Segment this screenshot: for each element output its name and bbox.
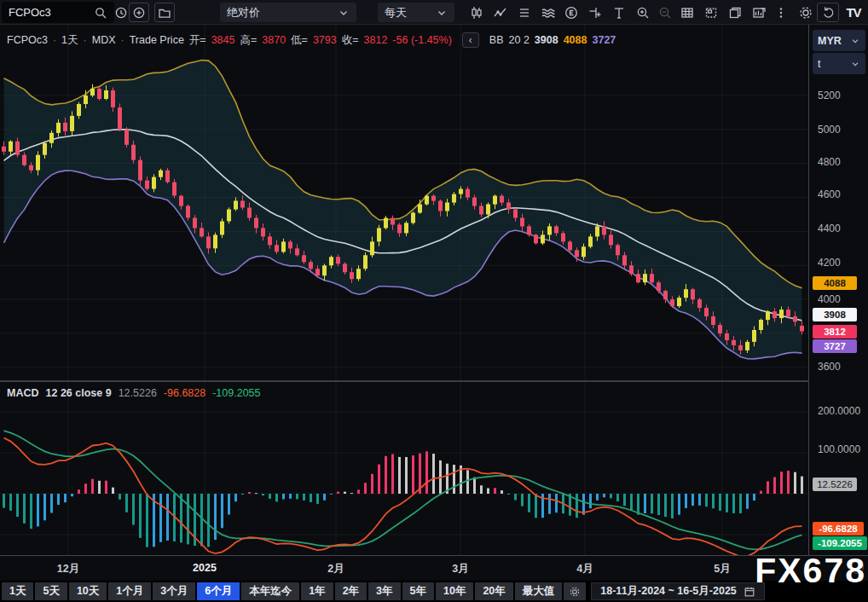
bb-upper-value: 4088 (564, 34, 587, 46)
tradingview-logo[interactable]: TV (842, 3, 865, 22)
macd-line-label: -96.6828 (813, 522, 864, 535)
search-icon (94, 6, 107, 20)
range-button-ytd[interactable]: 本年迄今 (241, 582, 299, 600)
price-chart-pane[interactable] (0, 25, 808, 380)
price-mode-label: 绝对价 (227, 5, 260, 20)
range-button-1d[interactable]: 1天 (2, 582, 33, 600)
date-range-button[interactable]: 18-11月-2024 ~ 16-5月-2025 (591, 582, 765, 600)
open-label: 开= (189, 33, 206, 48)
range-button-5d[interactable]: 5天 (35, 582, 67, 600)
bb-lower-value: 3727 (592, 34, 616, 46)
close-label: 收= (342, 33, 359, 48)
legend-symbol[interactable]: FCPOc3 (7, 34, 48, 46)
time-axis[interactable]: 12月 2025 2月 3月 4月 5月 (0, 555, 868, 581)
undo-icon[interactable] (817, 3, 839, 22)
symbol-search-box[interactable]: FCPOc3 (2, 2, 114, 23)
legend-interval[interactable]: 1天 (61, 33, 78, 48)
low-label: 低= (291, 33, 308, 48)
legend-series-type: Trade Price (130, 34, 184, 46)
price-tick: 4200 (818, 257, 841, 269)
high-value: 3870 (262, 34, 286, 46)
more-options-icon[interactable] (773, 3, 790, 22)
range-button-1y[interactable]: 1年 (301, 582, 333, 600)
range-button-6m[interactable]: 6个月 (197, 582, 240, 600)
range-button-5y[interactable]: 5年 (402, 582, 434, 600)
collapse-legend-button[interactable]: ‹ (462, 32, 479, 48)
chevron-down-icon (338, 7, 350, 19)
high-label: 高= (240, 33, 257, 48)
macd-signal-value: -109.2055 (212, 387, 260, 399)
macd-line-value: -96.6828 (164, 387, 205, 399)
open-value: 3845 (211, 34, 235, 46)
legend-exchange: MDX (92, 34, 116, 46)
symbol-name: FCPOc3 (9, 6, 94, 19)
chevron-down-icon (850, 59, 860, 69)
price-tick: 4800 (818, 156, 841, 168)
bb-indicator-title[interactable]: BB (489, 34, 504, 46)
price-tick: 5000 (818, 124, 841, 136)
change-value: -56 (-1.45%) (392, 34, 451, 46)
currency-dropdown[interactable]: MYR (813, 30, 865, 51)
range-toolbar: 1天 5天 10天 1个月 3个月 6个月 本年迄今 1年 2年 3年 5年 1… (0, 581, 868, 602)
zoom-out-icon[interactable] (655, 3, 675, 22)
indicator-templates-icon[interactable] (514, 3, 535, 22)
range-button-1m[interactable]: 1个月 (108, 582, 151, 600)
price-tick: 4000 (818, 293, 841, 305)
low-value: 3793 (313, 34, 337, 46)
price-tick: 3600 (818, 361, 841, 373)
zoom-in-icon[interactable] (633, 3, 653, 22)
range-button-max[interactable]: 最大值 (515, 582, 563, 600)
bb-upper-price-label: 4088 (813, 276, 857, 290)
macd-hist-value: 12.5226 (119, 387, 157, 399)
bb-basis-price-label: 3908 (813, 308, 857, 321)
symbol-legend: FCPOc3 · 1天 · MDX · Trade Price 开=3845 高… (7, 32, 616, 48)
compare-waves-icon[interactable] (538, 3, 558, 22)
object-tree-icon[interactable] (725, 3, 745, 22)
time-label: 2月 (310, 562, 362, 576)
chevron-down-icon (850, 36, 860, 46)
interval-label: 每天 (385, 5, 407, 20)
bb-lower-price-label: 3727 (813, 339, 857, 353)
time-label: 4月 (559, 562, 610, 576)
multi-layout-icon[interactable] (701, 3, 721, 22)
macd-tick-100: 100.0000 (818, 443, 860, 455)
macd-signal-label: -109.2055 (813, 536, 867, 550)
time-label-year: 2025 (179, 562, 230, 574)
bb-indicator-params: 20 2 (509, 34, 529, 46)
folder-icon[interactable] (154, 3, 175, 22)
time-label: 3月 (435, 562, 486, 576)
range-button-10y[interactable]: 10年 (436, 582, 473, 600)
macd-chart-pane[interactable] (0, 382, 808, 555)
alert-icon[interactable] (585, 3, 605, 22)
price-mode-dropdown[interactable]: 绝对价 (220, 3, 356, 22)
macd-title[interactable]: MACD (7, 387, 39, 399)
settings-gear-icon[interactable] (796, 3, 816, 22)
chevron-down-icon (436, 7, 448, 19)
macd-tick-200: 200.0000 (818, 405, 860, 417)
data-window-icon[interactable] (749, 3, 769, 22)
price-axis-gutter[interactable]: MYR t 5200 5000 4800 4600 4400 4200 4000… (808, 25, 868, 555)
macd-hist-label: 12.5226 (813, 478, 857, 491)
calendar-icon (744, 586, 755, 598)
unit-dropdown[interactable]: t (813, 53, 865, 74)
top-toolbar: FCPOc3 绝对价 每天 (0, 0, 868, 25)
text-tool-icon[interactable] (609, 3, 629, 22)
time-label: 5月 (697, 562, 748, 576)
pane-separator[interactable] (0, 380, 868, 382)
indicators-icon[interactable] (490, 3, 511, 22)
economic-events-icon[interactable] (561, 3, 582, 22)
range-button-10d[interactable]: 10天 (69, 582, 107, 600)
date-range-text: 18-11月-2024 ~ 16-5月-2025 (600, 584, 737, 599)
history-clock-icon[interactable] (113, 3, 130, 22)
price-tick: 4600 (818, 188, 841, 200)
range-button-3m[interactable]: 3个月 (153, 582, 195, 600)
interval-dropdown[interactable]: 每天 (378, 3, 454, 22)
range-button-20y[interactable]: 20年 (475, 582, 512, 600)
range-settings-gear-icon[interactable] (564, 582, 586, 600)
add-symbol-icon[interactable] (129, 3, 149, 22)
range-button-3y[interactable]: 3年 (368, 582, 400, 600)
range-button-2y[interactable]: 2年 (335, 582, 367, 600)
chart-style-candles-icon[interactable] (466, 3, 487, 22)
price-tick: 4400 (818, 223, 841, 234)
table-view-icon[interactable] (677, 3, 697, 22)
